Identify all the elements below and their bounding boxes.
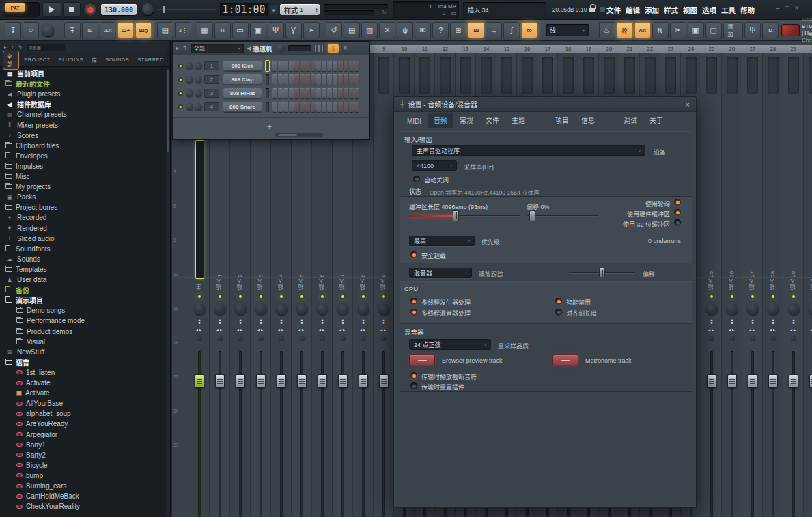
step-cell[interactable] — [344, 88, 348, 98]
mixer-strip[interactable]: 插入 27▴▾◂▸ — [742, 53, 763, 517]
fader-handle[interactable] — [215, 374, 225, 388]
add-channel-button[interactable]: + — [267, 122, 272, 132]
pan-arrows[interactable]: ◂▸ — [804, 327, 812, 332]
browser-tab-0[interactable]: 全部 — [3, 51, 19, 70]
channel-number[interactable]: 2 — [204, 75, 219, 84]
browser-item[interactable]: Clipboard files — [0, 141, 167, 151]
rack-swing-knob[interactable] — [276, 44, 285, 53]
mixer-track-led[interactable] — [340, 294, 346, 299]
minimize-button[interactable]: – — [776, 4, 780, 12]
fader-handle[interactable] — [727, 374, 737, 388]
mixer-track-label[interactable]: 插入 9 — [380, 253, 387, 290]
copy-icon[interactable]: ▣ — [688, 22, 704, 38]
fader-handle[interactable] — [768, 374, 778, 388]
browser-item[interactable]: +Sliced audio — [0, 234, 167, 244]
channel-mute-led[interactable] — [178, 64, 183, 68]
step-cell[interactable] — [283, 74, 288, 85]
step-cell[interactable] — [283, 102, 288, 112]
menu-item-0[interactable]: 文件 — [606, 5, 621, 15]
browser-item[interactable]: +Recorded — [0, 212, 167, 223]
stereo-separation-arrows[interactable]: ▴▾ — [804, 318, 812, 325]
mixer-track-knob[interactable] — [194, 303, 206, 315]
mixer-mini-knob[interactable] — [361, 336, 366, 341]
buffer-offset-slider[interactable] — [527, 215, 599, 217]
time-display[interactable]: 1:01:00 — [220, 3, 268, 16]
browser-item[interactable]: Templates — [0, 264, 167, 275]
channel-name-button[interactable]: 808 Snare — [223, 102, 262, 112]
channel-mute-led[interactable] — [178, 91, 183, 96]
pan-arrows[interactable]: ◂▸ — [210, 327, 230, 332]
step-cell[interactable] — [278, 102, 283, 112]
pan-arrows[interactable]: ◂▸ — [742, 327, 763, 332]
channel-volume-knob[interactable] — [195, 76, 202, 83]
graph-editor-icon[interactable] — [315, 45, 324, 52]
channel-number[interactable]: 3 — [204, 89, 219, 98]
mixer-mini-knob[interactable] — [238, 336, 243, 341]
mixer-track-knob[interactable] — [788, 303, 800, 315]
step-cell[interactable] — [305, 88, 310, 98]
browser-item[interactable]: Project bones — [0, 202, 167, 212]
pointer-icon[interactable]: ➤ — [303, 22, 320, 38]
pan-arrows[interactable]: ◂▸ — [271, 327, 292, 332]
tap-tempo-icon[interactable]: 32t — [100, 22, 116, 38]
record-audio-icon[interactable]: ψ — [397, 22, 413, 38]
maximize-button[interactable]: □ — [785, 4, 789, 12]
browser-item[interactable]: 语音 — [0, 357, 167, 367]
step-cell[interactable] — [349, 74, 354, 85]
mixer-track-label[interactable]: 插入 29 — [789, 253, 797, 290]
browser-item[interactable]: Barty2 — [0, 450, 167, 460]
video-window-icon[interactable]: ⊞ — [450, 22, 466, 38]
step-cell[interactable] — [316, 102, 321, 112]
mixer-track-knob[interactable] — [747, 303, 759, 315]
smooth-curve-icon[interactable]: ʃ — [503, 22, 520, 38]
browser-item[interactable]: Bicycle — [0, 460, 167, 471]
mixer-track-label[interactable]: 插入 1 — [216, 253, 223, 290]
step-cell[interactable] — [272, 61, 277, 71]
paste-icon[interactable]: ▢ — [705, 22, 722, 38]
mixer-track-led[interactable] — [258, 294, 264, 299]
step-cell[interactable] — [289, 88, 294, 98]
settings-tab-5[interactable]: 项目 — [549, 112, 575, 128]
mixer-track-label[interactable]: 插入 7 — [339, 253, 346, 290]
browser-item[interactable]: 演示项目 — [0, 295, 167, 305]
menu-item-7[interactable]: 帮助 — [740, 5, 755, 15]
mixer-track-led[interactable] — [709, 294, 714, 299]
channel-volume-knob[interactable] — [195, 89, 202, 97]
mixer-track-led[interactable] — [361, 294, 366, 299]
step-cell[interactable] — [283, 88, 288, 98]
step-cell[interactable] — [294, 61, 299, 71]
step-cell[interactable] — [311, 102, 316, 112]
playback-tracking-dropdown[interactable]: 混音器› — [409, 268, 472, 278]
pan-arrows[interactable]: ◂▸ — [353, 327, 374, 332]
pan-arrows[interactable]: ◂▸ — [333, 327, 353, 332]
master-pitch-slider[interactable] — [158, 9, 216, 10]
record-button[interactable] — [83, 3, 97, 16]
position-bars[interactable]: ↻ — [324, 4, 388, 16]
step-cell[interactable] — [327, 88, 332, 98]
step-cell[interactable] — [354, 102, 359, 112]
pan-arrows[interactable]: ◂▸ — [292, 327, 312, 332]
mixer-mini-knob[interactable] — [729, 336, 735, 341]
browser-item[interactable]: Arpegiator — [0, 430, 167, 440]
settings-tab-7[interactable]: 调试 — [617, 112, 643, 128]
channel-volume-knob[interactable] — [195, 62, 202, 70]
rack-undo-icon[interactable]: ↰ — [182, 45, 187, 51]
mixer-track-led[interactable] — [770, 294, 776, 299]
touch-controller-icon[interactable]: Ɣ — [285, 22, 302, 38]
browser-back-icon[interactable]: ↰ — [18, 44, 23, 51]
channel-pan-knob[interactable] — [186, 62, 193, 70]
channel-mute-led[interactable] — [178, 104, 183, 109]
pan-arrows[interactable]: ◂▸ — [783, 327, 804, 332]
stereo-separation-arrows[interactable]: ▴▾ — [374, 318, 394, 325]
step-cell[interactable] — [305, 74, 310, 85]
dialog-close-button[interactable]: × — [686, 100, 690, 109]
mixer-track-label[interactable]: 插入 6 — [318, 253, 326, 290]
mt-generator-radio[interactable] — [410, 298, 417, 305]
step-cell[interactable] — [278, 88, 283, 98]
channel-mute-led[interactable] — [178, 77, 183, 82]
step-cell[interactable] — [294, 102, 299, 112]
fader-handle[interactable] — [748, 374, 757, 388]
mixer-track-label[interactable]: 插入 5 — [298, 253, 305, 290]
browser-item[interactable]: AreYouReady — [0, 419, 167, 429]
pan-arrows[interactable]: ◂▸ — [189, 327, 210, 332]
